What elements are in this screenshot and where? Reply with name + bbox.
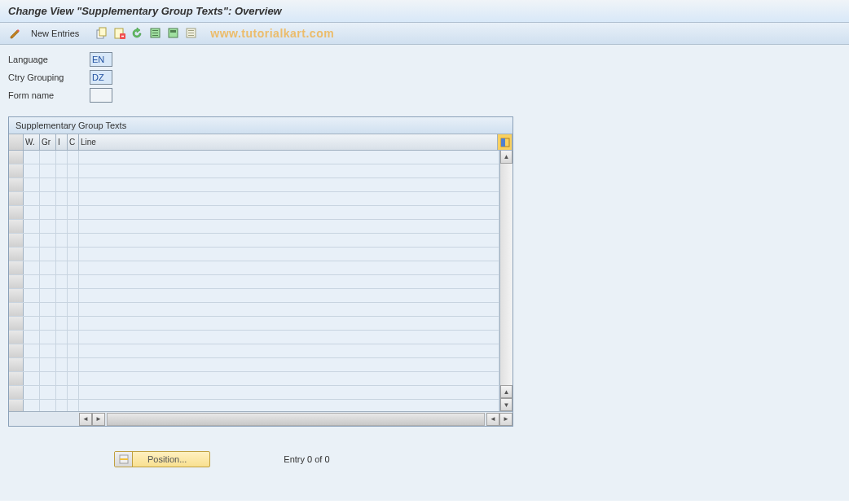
cell-c[interactable] bbox=[68, 206, 79, 219]
cell-c[interactable] bbox=[68, 400, 79, 411]
cell-w[interactable] bbox=[24, 289, 40, 302]
table-row[interactable] bbox=[9, 275, 499, 289]
cell-gr[interactable] bbox=[40, 400, 56, 411]
scroll-down-button[interactable]: ▼ bbox=[500, 398, 512, 411]
cell-w[interactable] bbox=[24, 372, 40, 385]
cell-line[interactable] bbox=[79, 151, 499, 164]
cell-i[interactable] bbox=[56, 261, 68, 274]
cell-c[interactable] bbox=[68, 164, 79, 177]
cell-w[interactable] bbox=[24, 344, 40, 357]
table-row[interactable] bbox=[9, 317, 499, 331]
cell-i[interactable] bbox=[56, 372, 68, 385]
cell-c[interactable] bbox=[68, 317, 79, 330]
cell-line[interactable] bbox=[79, 344, 499, 357]
select-block-icon[interactable] bbox=[166, 26, 181, 41]
table-row[interactable] bbox=[9, 386, 499, 400]
scroll-up-end-button[interactable]: ▲ bbox=[500, 385, 512, 398]
cell-line[interactable] bbox=[79, 206, 499, 219]
cell-line[interactable] bbox=[79, 234, 499, 247]
cell-gr[interactable] bbox=[40, 261, 56, 274]
cell-w[interactable] bbox=[24, 400, 40, 411]
row-selector[interactable] bbox=[9, 400, 24, 411]
new-entries-button[interactable]: New Entries bbox=[26, 27, 84, 40]
table-row[interactable] bbox=[9, 151, 499, 164]
ctry-grouping-field[interactable] bbox=[90, 70, 112, 85]
cell-w[interactable] bbox=[24, 303, 40, 316]
cell-i[interactable] bbox=[56, 192, 68, 205]
select-all-icon[interactable] bbox=[148, 26, 163, 41]
cell-gr[interactable] bbox=[40, 234, 56, 247]
row-selector[interactable] bbox=[9, 261, 24, 274]
cell-gr[interactable] bbox=[40, 206, 56, 219]
cell-line[interactable] bbox=[79, 192, 499, 205]
toggle-display-change-icon[interactable] bbox=[8, 26, 23, 41]
table-row[interactable] bbox=[9, 192, 499, 206]
cell-w[interactable] bbox=[24, 261, 40, 274]
cell-w[interactable] bbox=[24, 234, 40, 247]
cell-c[interactable] bbox=[68, 289, 79, 302]
cell-c[interactable] bbox=[68, 386, 79, 399]
row-selector[interactable] bbox=[9, 192, 24, 205]
cell-w[interactable] bbox=[24, 248, 40, 261]
row-selector[interactable] bbox=[9, 303, 24, 316]
cell-gr[interactable] bbox=[40, 344, 56, 357]
cell-w[interactable] bbox=[24, 358, 40, 371]
cell-c[interactable] bbox=[68, 220, 79, 233]
table-row[interactable] bbox=[9, 234, 499, 248]
row-selector[interactable] bbox=[9, 317, 24, 330]
row-selector[interactable] bbox=[9, 178, 24, 191]
table-row[interactable] bbox=[9, 261, 499, 275]
cell-c[interactable] bbox=[68, 275, 79, 288]
column-header-line[interactable]: Line bbox=[79, 134, 498, 150]
cell-gr[interactable] bbox=[40, 151, 56, 164]
table-settings-button[interactable] bbox=[498, 134, 512, 150]
table-row[interactable] bbox=[9, 331, 499, 344]
cell-i[interactable] bbox=[56, 303, 68, 316]
hscroll-track[interactable] bbox=[107, 413, 485, 426]
cell-line[interactable] bbox=[79, 400, 499, 411]
column-header-i[interactable]: I bbox=[56, 134, 68, 150]
row-selector[interactable] bbox=[9, 220, 24, 233]
table-row[interactable] bbox=[9, 303, 499, 317]
cell-gr[interactable] bbox=[40, 220, 56, 233]
cell-line[interactable] bbox=[79, 178, 499, 191]
row-selector[interactable] bbox=[9, 358, 24, 371]
row-selector[interactable] bbox=[9, 151, 24, 164]
cell-line[interactable] bbox=[79, 386, 499, 399]
scroll-up-button[interactable]: ▲ bbox=[500, 151, 512, 164]
row-selector[interactable] bbox=[9, 386, 24, 399]
copy-as-icon[interactable] bbox=[95, 26, 109, 41]
cell-w[interactable] bbox=[24, 331, 40, 344]
scroll-left-end-button[interactable]: ◄ bbox=[486, 413, 499, 426]
position-button[interactable]: Position... bbox=[114, 451, 210, 467]
table-row[interactable] bbox=[9, 164, 499, 178]
table-row[interactable] bbox=[9, 220, 499, 234]
cell-c[interactable] bbox=[68, 303, 79, 316]
cell-gr[interactable] bbox=[40, 178, 56, 191]
cell-i[interactable] bbox=[56, 289, 68, 302]
row-selector[interactable] bbox=[9, 248, 24, 261]
cell-gr[interactable] bbox=[40, 386, 56, 399]
undo-change-icon[interactable] bbox=[130, 26, 145, 41]
cell-c[interactable] bbox=[68, 261, 79, 274]
cell-gr[interactable] bbox=[40, 192, 56, 205]
cell-i[interactable] bbox=[56, 178, 68, 191]
vertical-scrollbar[interactable]: ▲ ▲ ▼ bbox=[499, 151, 512, 411]
row-selector[interactable] bbox=[9, 331, 24, 344]
cell-i[interactable] bbox=[56, 344, 68, 357]
cell-line[interactable] bbox=[79, 372, 499, 385]
cell-gr[interactable] bbox=[40, 317, 56, 330]
row-selector[interactable] bbox=[9, 234, 24, 247]
row-selector[interactable] bbox=[9, 372, 24, 385]
row-selector[interactable] bbox=[9, 164, 24, 177]
cell-i[interactable] bbox=[56, 386, 68, 399]
cell-c[interactable] bbox=[68, 358, 79, 371]
table-row[interactable] bbox=[9, 372, 499, 386]
cell-line[interactable] bbox=[79, 248, 499, 261]
cell-line[interactable] bbox=[79, 275, 499, 288]
column-header-selector[interactable] bbox=[9, 134, 24, 150]
language-field[interactable] bbox=[90, 52, 112, 67]
cell-w[interactable] bbox=[24, 192, 40, 205]
cell-c[interactable] bbox=[68, 178, 79, 191]
cell-w[interactable] bbox=[24, 206, 40, 219]
